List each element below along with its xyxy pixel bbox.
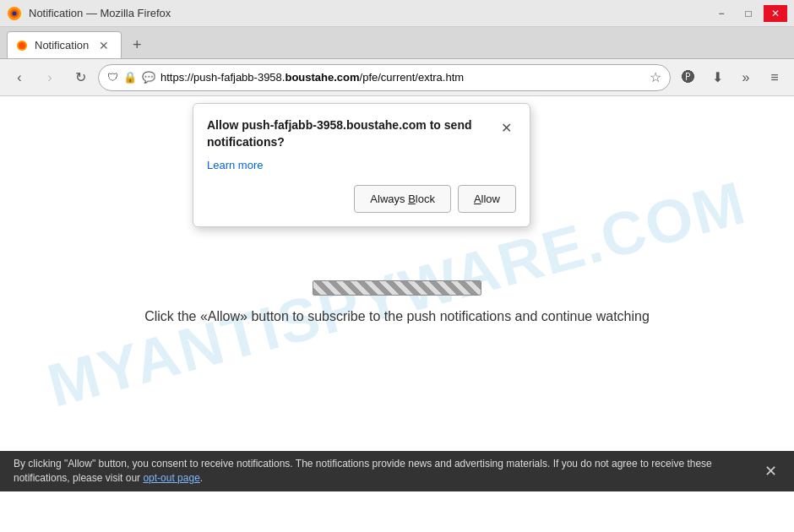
opt-out-link[interactable]: opt-out page — [143, 472, 199, 484]
reload-button[interactable]: ↻ — [68, 65, 93, 90]
back-button[interactable]: ‹ — [7, 65, 32, 90]
url-text: https://push-fafjabb-3958.boustahe.com/p… — [160, 71, 644, 84]
pocket-button[interactable]: 🅟 — [676, 65, 701, 90]
nav-right-buttons: 🅟 ⬇ » ≡ — [676, 65, 787, 90]
title-bar-left: Notification — Mozilla Firefox — [7, 6, 171, 21]
window-controls: − □ ✕ — [710, 5, 787, 22]
tab-title: Notification — [35, 39, 89, 52]
window-title: Notification — Mozilla Firefox — [29, 7, 171, 19]
minimize-button[interactable]: − — [710, 5, 733, 22]
new-tab-button[interactable]: + — [125, 33, 149, 57]
page-body: Click the «Allow» button to subscribe to… — [144, 280, 650, 324]
title-bar: Notification — Mozilla Firefox − □ ✕ — [0, 0, 794, 27]
close-window-button[interactable]: ✕ — [764, 5, 787, 22]
bottom-bar-text-content: By clicking "Allow" button, you consent … — [14, 458, 712, 484]
svg-point-4 — [19, 42, 25, 49]
allow-button[interactable]: Allow — [458, 185, 516, 213]
nav-bar: ‹ › ↻ 🛡 🔒 💬 https://push-fafjabb-3958.bo… — [0, 59, 794, 96]
allow-label: Allow — [474, 193, 500, 205]
main-content: MYANTISPYWARE.COM Allow push-fafjabb-395… — [0, 96, 794, 491]
tab-bar: Notification ✕ + — [0, 27, 794, 59]
page-instruction: Click the «Allow» button to subscribe to… — [144, 309, 650, 324]
popup-close-button[interactable]: ✕ — [496, 117, 516, 138]
tab-favicon-icon — [16, 40, 28, 52]
download-button[interactable]: ⬇ — [704, 65, 730, 90]
forward-button[interactable]: › — [37, 65, 63, 90]
svg-point-2 — [13, 11, 17, 15]
tab-close-button[interactable]: ✕ — [95, 37, 112, 54]
lock-icon: 🔒 — [123, 71, 137, 84]
menu-button[interactable]: ≡ — [762, 65, 787, 90]
learn-more-link[interactable]: Learn more — [207, 159, 263, 171]
more-tools-button[interactable]: » — [733, 65, 759, 90]
popup-header: Allow push-fafjabb-3958.boustahe.com to … — [207, 117, 516, 150]
url-path: /pfe/current/extra.htm — [360, 71, 465, 84]
notification-permission-icon: 💬 — [142, 71, 155, 84]
always-block-label: Always Block — [370, 193, 435, 205]
shield-security-icon: 🛡 — [107, 71, 118, 84]
bottom-bar-text: By clicking "Allow" button, you consent … — [14, 457, 750, 486]
maximize-button[interactable]: □ — [737, 5, 760, 22]
progress-bar — [313, 280, 481, 296]
url-domain: boustahe.com — [285, 71, 359, 84]
url-prefix: https://push-fafjabb-3958. — [160, 71, 285, 84]
address-bar[interactable]: 🛡 🔒 💬 https://push-fafjabb-3958.boustahe… — [98, 64, 671, 91]
bookmark-star-icon[interactable]: ☆ — [650, 69, 661, 85]
always-block-button[interactable]: Always Block — [354, 185, 451, 213]
popup-title: Allow push-fafjabb-3958.boustahe.com to … — [207, 117, 496, 150]
firefox-logo-icon — [7, 6, 22, 21]
notification-permission-popup: Allow push-fafjabb-3958.boustahe.com to … — [193, 103, 530, 227]
browser-tab[interactable]: Notification ✕ — [7, 31, 122, 58]
popup-actions: Always Block Allow — [207, 185, 516, 213]
bottom-bar-close-button[interactable]: ✕ — [760, 461, 780, 481]
bottom-notification-bar: By clicking "Allow" button, you consent … — [0, 451, 794, 491]
